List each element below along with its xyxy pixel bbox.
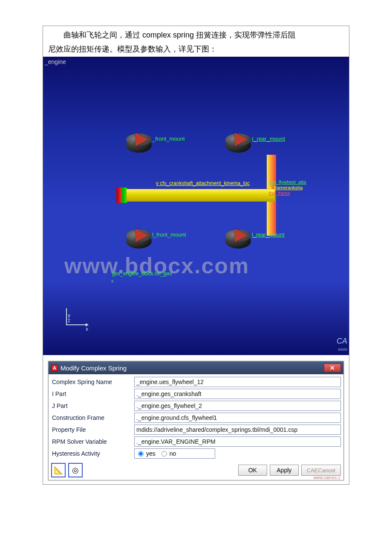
small-watermark: www <box>338 347 347 352</box>
ok-button[interactable]: OK <box>238 465 267 476</box>
dialog-area: A Modify Complex Spring ✕ Complex Spring… <box>43 355 349 484</box>
hysteresis-label: Hysteresis Activity <box>51 450 134 457</box>
mount-rear-upper[interactable] <box>225 133 251 153</box>
right-label-1: yes_flywheel_atta <box>269 179 306 185</box>
ges-engine-block-label: ges_engine_block.ref_geo <box>112 271 172 277</box>
close-button[interactable]: ✕ <box>324 364 341 372</box>
i-part-label: I Part <box>51 390 134 397</box>
mount-front-upper-label: _front_mount <box>152 136 185 142</box>
hysteresis-yes-label: yes <box>146 450 156 457</box>
axis-z-label: z <box>68 318 70 324</box>
ca-corner-label: CA <box>337 337 347 346</box>
cone-icon <box>235 228 248 242</box>
axis-x-label: x <box>86 326 88 332</box>
pencil-ruler-icon: 📐 <box>54 465 63 475</box>
right-label-2: a_frameranksha <box>269 185 306 191</box>
document-page: 曲轴和飞轮之间，通过 complex spring 扭簧连接，实现带弹性滞后阻 … <box>43 26 349 485</box>
j-part-label: J Part <box>51 402 134 409</box>
rpm-solver-input[interactable] <box>134 436 341 447</box>
hysteresis-yes-radio[interactable] <box>138 451 144 457</box>
mount-front-upper[interactable] <box>126 133 152 153</box>
model-name-label: _engine <box>45 58 66 65</box>
j-part-input[interactable] <box>134 401 341 411</box>
mount-front-lower-label: l_front_mount <box>152 231 186 238</box>
cfs-crankshaft-label: y cfs_crankshaft_attachment_kinema_loc <box>156 180 250 186</box>
cone-icon <box>135 133 148 146</box>
dialog-title-text: Modify Complex Spring <box>61 364 127 372</box>
mount-rear-upper-label: r_rear_mount <box>252 136 285 142</box>
modify-complex-spring-dialog: A Modify Complex Spring ✕ Complex Spring… <box>48 361 344 480</box>
apply-button[interactable]: Apply <box>270 465 299 476</box>
app-icon: A <box>51 364 58 371</box>
mount-front-lower[interactable] <box>126 229 152 249</box>
right-overlay-labels: yes_flywheel_atta a_frameranksha fral_fr… <box>269 179 306 197</box>
small-coord-x: x <box>111 278 114 283</box>
close-icon: ✕ <box>330 364 335 371</box>
construction-frame-label: Construction Frame <box>51 414 134 421</box>
mount-rear-lower[interactable] <box>225 229 251 249</box>
target-icon: ◎ <box>72 465 79 475</box>
property-file-label: Property File <box>51 426 134 433</box>
3d-viewport[interactable]: _engine _front_mount r_rear_mount y cfs_… <box>43 57 349 355</box>
mount-rear-lower-label: l_rear_mount <box>252 231 285 238</box>
construction-frame-input[interactable] <box>134 413 341 423</box>
hysteresis-radio-group: yes no <box>134 448 215 459</box>
spring-name-input[interactable] <box>134 377 341 387</box>
property-file-input[interactable] <box>134 425 341 435</box>
cancel-button[interactable]: CAECancel <box>301 465 341 476</box>
intro-line2: 尼效应的扭矩传递。模型及参数输入，详见下图： <box>43 43 349 57</box>
i-part-input[interactable] <box>134 389 341 399</box>
cone-icon <box>235 133 248 146</box>
hysteresis-no-label: no <box>170 450 176 457</box>
cancel-overlay-text: CAECancel <box>307 467 335 474</box>
footer-watermark: www.caencc.c <box>48 475 344 480</box>
crankshaft-geometry[interactable] <box>126 189 275 202</box>
cone-icon <box>135 228 148 242</box>
intro-line1: 曲轴和飞轮之间，通过 complex spring 扭簧连接，实现带弹性滞后阻 <box>43 26 349 43</box>
spring-name-label: Complex Spring Name <box>51 379 134 385</box>
dialog-body: Complex Spring Name I Part J Part Constr… <box>49 374 343 460</box>
rpm-solver-label: RPM Solver Variable <box>51 438 134 445</box>
hysteresis-no-radio[interactable] <box>161 451 167 457</box>
right-label-3: fral_frame <box>269 191 306 196</box>
dialog-titlebar[interactable]: A Modify Complex Spring ✕ <box>49 361 343 374</box>
crankshaft-cap-red <box>116 188 122 203</box>
